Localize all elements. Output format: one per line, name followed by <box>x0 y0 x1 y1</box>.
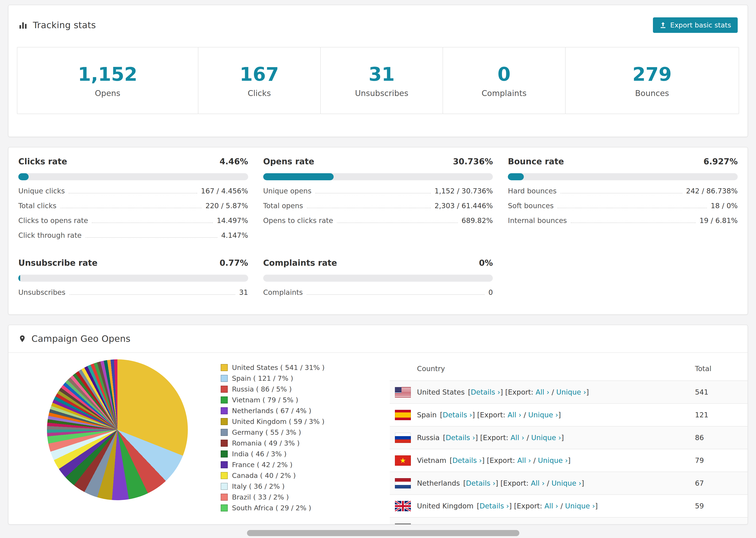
details-link[interactable]: Details › <box>443 411 472 419</box>
bracket: ] <box>595 502 598 510</box>
geo-table-row-russia: Russia [Details ›] [Export: All › / Uniq… <box>390 426 747 449</box>
legend-item-brazil[interactable]: Brazil ( 33 / 2% ) <box>221 492 357 503</box>
stat-box-complaints: 0 Complaints <box>443 47 566 114</box>
column-header-country: Country <box>417 364 695 373</box>
export-all-link[interactable]: All › <box>511 434 524 442</box>
legend-item-india[interactable]: India ( 46 / 3% ) <box>221 449 357 459</box>
page-title: Tracking stats <box>33 20 96 30</box>
map-pin-icon <box>18 334 26 344</box>
rate-block-bounce-rate: Bounce rate 6.927% Hard bounces 242 / 86… <box>508 157 738 240</box>
rate-title: Complaints rate <box>263 258 337 268</box>
dotted-leader <box>85 237 217 238</box>
country-cell: United Kingdom [Details ›] [Export: All … <box>395 501 695 511</box>
export-all-link[interactable]: All › <box>508 411 521 419</box>
export-unique-link[interactable]: Unique › <box>552 479 581 487</box>
geo-opens-body: United States ( 541 / 31% ) Spain ( 121 … <box>9 353 747 525</box>
legend-item-south-africa[interactable]: South Africa ( 29 / 2% ) <box>221 503 357 513</box>
export-all-link[interactable]: All › <box>536 388 549 396</box>
rate-detail-value: 689.82% <box>461 216 493 225</box>
campaign-geo-opens-card: Campaign Geo Opens United States ( 541 /… <box>8 325 748 525</box>
rate-detail-value: 0 <box>488 288 493 296</box>
stats-row: 1,152 Opens 167 Clicks 31 Unsubscribes 0… <box>17 47 739 114</box>
legend-item-canada[interactable]: Canada ( 40 / 2% ) <box>221 470 357 481</box>
rate-block-complaints-rate: Complaints rate 0% Complaints 0 <box>263 258 493 296</box>
slash: / <box>523 411 526 419</box>
rate-detail-label: Total opens <box>263 202 303 210</box>
legend-item-russia[interactable]: Russia ( 86 / 5% ) <box>221 384 357 395</box>
rate-detail-label: Unique clicks <box>18 187 65 195</box>
flag-united-states-icon <box>395 387 411 398</box>
export-unique-link[interactable]: Unique › <box>556 388 586 396</box>
bracket: ] <box>475 434 478 442</box>
export-all-link[interactable]: All › <box>544 502 558 510</box>
rate-value: 4.46% <box>220 157 248 166</box>
horizontal-scrollbar-thumb[interactable] <box>247 530 519 536</box>
bracket: ] <box>472 411 475 419</box>
details-link[interactable]: Details › <box>480 502 509 510</box>
legend-swatch <box>221 472 228 479</box>
export-basic-stats-button[interactable]: Export basic stats <box>653 17 738 33</box>
rate-head: Clicks rate 4.46% <box>18 157 248 166</box>
slash: / <box>547 479 549 487</box>
rate-detail-value: 1,152 / 30.736% <box>435 187 493 195</box>
legend-label: Vietnam ( 79 / 5% ) <box>232 396 298 404</box>
rate-title: Clicks rate <box>18 157 67 166</box>
details-link[interactable]: Details › <box>446 434 475 442</box>
legend-swatch <box>221 451 228 457</box>
legend-item-vietnam[interactable]: Vietnam ( 79 / 5% ) <box>221 395 357 405</box>
progress-track <box>18 173 248 180</box>
details-link[interactable]: Details › <box>471 388 500 396</box>
country-total: 59 <box>695 502 747 510</box>
export-unique-link[interactable]: Unique › <box>565 502 595 510</box>
rate-value: 30.736% <box>453 157 493 166</box>
bracket: ] <box>495 479 498 487</box>
stat-label: Unsubscribes <box>355 88 408 98</box>
slash: / <box>561 502 563 510</box>
legend-item-romania[interactable]: Romania ( 49 / 3% ) <box>221 438 357 449</box>
export-unique-link[interactable]: Unique › <box>531 434 561 442</box>
bracket: ] <box>500 388 503 396</box>
rate-detail-row: Opens to clicks rate 689.82% <box>263 216 493 225</box>
bracket: [ <box>463 479 466 487</box>
rate-detail-value: 167 / 4.456% <box>201 187 248 195</box>
legend-item-italy[interactable]: Italy ( 36 / 2% ) <box>221 481 357 492</box>
rate-detail-row: Click through rate 4.147% <box>18 231 248 240</box>
country-links: [Details ›] [Export: All › / Unique ›] <box>443 434 564 442</box>
geo-opens-header: Campaign Geo Opens <box>9 325 747 353</box>
legend-item-france[interactable]: France ( 42 / 2% ) <box>221 459 357 470</box>
legend-swatch <box>221 440 228 447</box>
export-unique-link[interactable]: Unique › <box>538 456 568 464</box>
rate-detail-row: Total opens 2,303 / 61.446% <box>263 202 493 210</box>
export-unique-link[interactable]: Unique › <box>528 411 558 419</box>
details-link[interactable]: Details › <box>453 456 482 464</box>
rate-block-opens-rate: Opens rate 30.736% Unique opens 1,152 / … <box>263 157 493 240</box>
country-cell: Russia [Details ›] [Export: All › / Uniq… <box>395 433 695 443</box>
country-links: [Details ›] [Export: All › / Unique ›] <box>468 388 589 396</box>
export-button-label: Export basic stats <box>670 21 731 29</box>
stat-box-opens: 1,152 Opens <box>17 47 198 114</box>
country-links: [Details ›] [Export: All › / Unique ›] <box>450 456 570 464</box>
rate-detail-label: Click through rate <box>18 231 81 240</box>
legend-swatch <box>221 418 228 425</box>
export-all-link[interactable]: All › <box>517 456 531 464</box>
export-label: [Export: <box>480 434 508 442</box>
country-cell: Netherlands [Details ›] [Export: All › /… <box>395 478 695 488</box>
geo-table-row-germany: Germany [Details ›] [Export: All › / Uni… <box>390 517 747 525</box>
export-all-link[interactable]: All › <box>531 479 545 487</box>
legend-item-netherlands[interactable]: Netherlands ( 67 / 4% ) <box>221 405 357 416</box>
legend-item-germany[interactable]: Germany ( 55 / 3% ) <box>221 427 357 438</box>
legend-item-united-kingdom[interactable]: United Kingdom ( 59 / 3% ) <box>221 416 357 427</box>
stat-value: 1,152 <box>78 63 137 85</box>
legend-label: Netherlands ( 67 / 4% ) <box>232 407 311 415</box>
rate-head: Unsubscribe rate 0.77% <box>18 258 248 268</box>
legend-item-spain[interactable]: Spain ( 121 / 7% ) <box>221 373 357 384</box>
bracket: ] <box>482 456 485 464</box>
legend-label: Canada ( 40 / 2% ) <box>232 471 296 480</box>
tracking-stats-card: Tracking stats Export basic stats 1,152 … <box>8 5 748 137</box>
details-link[interactable]: Details › <box>466 479 496 487</box>
rate-detail-row: Internal bounces 19 / 6.81% <box>508 216 738 225</box>
rate-title: Unsubscribe rate <box>18 258 97 268</box>
rate-detail-row: Unique clicks 167 / 4.456% <box>18 187 248 195</box>
progress-track <box>18 275 248 282</box>
legend-item-united-states[interactable]: United States ( 541 / 31% ) <box>221 362 357 373</box>
